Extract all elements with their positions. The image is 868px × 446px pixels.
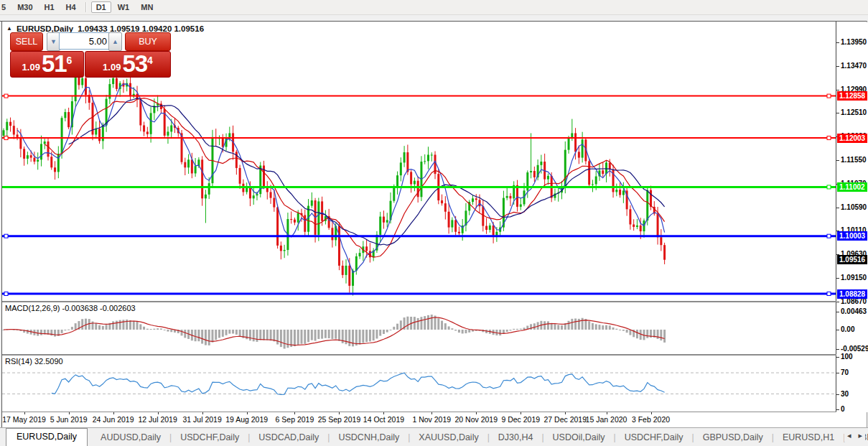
rsi-tick-label: 100 — [841, 353, 853, 361]
date-tick — [607, 412, 607, 414]
date-label: 24 Jun 2019 — [93, 415, 134, 424]
price-tick-label: 1.13950 — [841, 38, 867, 46]
date-tick — [247, 412, 248, 414]
date-tick — [339, 412, 340, 414]
price-tick-dash — [836, 208, 839, 208]
rsi-tick-label: 30 — [841, 390, 849, 398]
macd-tick-label: 0.00463 — [841, 307, 867, 315]
chart-tab-usdchf-daily[interactable]: USDCHF,Daily — [172, 430, 248, 445]
date-label: 12 Jul 2019 — [138, 415, 177, 424]
chart-tab-usdoil-daily[interactable]: USDOil,Daily — [544, 430, 614, 445]
level-price-tag[interactable]: 1.12858 — [837, 91, 867, 101]
date-tick — [521, 412, 521, 414]
level-price-tag[interactable]: 1.08828 — [837, 289, 867, 299]
date-label: 27 Dec 2019 — [543, 415, 587, 424]
sell-price-panel[interactable]: 1.09 51 6 — [10, 51, 84, 78]
timeframe-toolbar: 5M30H1H4D1W1MN — [0, 0, 868, 15]
chart-tab-eurusd-h1[interactable]: EURUSD,H1 — [774, 430, 843, 445]
date-tick — [24, 412, 25, 414]
level-price-tag[interactable]: 1.11002 — [837, 182, 867, 192]
price-tick-label: 1.12510 — [841, 108, 867, 116]
timeframe-button-mn[interactable]: MN — [136, 1, 158, 13]
current-price-tag: 1.09516 — [837, 255, 867, 264]
rsi-panel-lines — [2, 373, 836, 394]
chart-tab-usdcad-daily[interactable]: USDCAD,Daily — [250, 430, 327, 445]
price-tick-dash — [836, 90, 839, 90]
macd-tick-dash — [836, 349, 839, 350]
date-tick — [294, 412, 295, 414]
panel-splitter-rsi[interactable] — [2, 354, 867, 356]
chart-tab-usdcnh-daily[interactable]: USDCNH,Daily — [330, 430, 408, 445]
sell-price-small: 1.09 — [22, 60, 40, 75]
date-label: 1 Nov 2019 — [412, 415, 451, 424]
buy-button[interactable]: BUY — [125, 32, 171, 51]
date-tick — [476, 412, 477, 414]
tab-scroll-left-icon[interactable]: ◂ — [847, 431, 851, 440]
price-tick-label: 1.13470 — [841, 62, 867, 70]
macd-histogram — [3, 315, 666, 348]
timeframe-button-h4[interactable]: H4 — [61, 1, 81, 13]
date-label: 9 Dec 2019 — [501, 415, 540, 424]
collapse-triangle-icon[interactable]: ▲ — [6, 25, 12, 32]
buy-price-panel[interactable]: 1.09 53 4 — [85, 51, 171, 78]
ma-line-5 — [17, 84, 665, 273]
date-label: 6 Sep 2019 — [276, 415, 314, 424]
macd-tick-dash — [836, 330, 839, 330]
price-tick-dash — [836, 278, 839, 279]
chart-tab-eurusd-daily[interactable]: EURUSD,Daily — [6, 428, 88, 446]
price-scale[interactable]: 1.139501.134701.129901.125101.120301.115… — [836, 22, 868, 412]
buy-price-big: 53 — [122, 53, 147, 75]
chart-tab-usdchf-daily[interactable]: USDCHF,Daily — [616, 430, 692, 445]
level-price-tag[interactable]: 1.10003 — [837, 231, 867, 241]
tab-scroll-right-icon[interactable]: ▸ — [858, 431, 862, 440]
macd-signal-line — [4, 317, 665, 345]
rsi-tick-label: 70 — [841, 368, 849, 376]
chart-tab-xauusd-daily[interactable]: XAUUSD,Daily — [410, 430, 487, 445]
chart-tab-audusd-daily[interactable]: AUDUSD,Daily — [92, 430, 169, 445]
date-label: 17 May 2019 — [2, 415, 46, 424]
date-tick — [383, 412, 384, 414]
date-label: 25 Sep 2019 — [318, 415, 361, 424]
rsi-line — [52, 373, 665, 394]
chart-ohlc-values: 1.09433 1.09519 1.09420 1.09516 — [78, 24, 204, 33]
timeframe-button-w1[interactable]: W1 — [113, 1, 135, 13]
price-tick-dash — [836, 113, 839, 113]
timeframe-button-h1[interactable]: H1 — [39, 1, 60, 13]
chart-tab-gbpusd-daily[interactable]: GBPUSD,Daily — [694, 430, 772, 445]
date-label: 20 Nov 2019 — [454, 415, 498, 424]
toolbar-separator — [85, 2, 87, 12]
rsi-tick-dash — [836, 373, 839, 373]
date-tick — [113, 412, 114, 414]
timeframe-button-m30[interactable]: M30 — [12, 1, 37, 13]
rsi-tick-dash — [836, 409, 839, 410]
rsi-tick-label: 0 — [841, 405, 845, 412]
macd-label: MACD(12,26,9) -0.003638 -0.002603 — [5, 304, 136, 312]
tab-scroll-arrows: ◂ ▸ — [844, 429, 865, 442]
date-axis[interactable]: 17 May 20195 Jun 201924 Jun 201912 Jul 2… — [2, 412, 836, 427]
rsi-tick-dash — [836, 394, 839, 395]
ma-line-20 — [69, 98, 665, 246]
chart-tab-dj30-h4[interactable]: DJ30,H4 — [490, 430, 542, 445]
sell-button[interactable]: SELL — [10, 32, 43, 51]
chart-symbol-title: EURUSD,Daily — [17, 24, 73, 33]
volume-increase-icon[interactable]: ▲ — [108, 32, 122, 51]
price-tick-label: 1.10590 — [841, 203, 867, 211]
date-label: 14 Oct 2019 — [363, 415, 404, 424]
sell-price-big: 51 — [42, 53, 67, 75]
date-label: 15 Jan 2020 — [586, 415, 627, 424]
date-label: 31 Jul 2019 — [183, 415, 222, 424]
date-label: 3 Feb 2020 — [632, 415, 670, 424]
buy-price-small: 1.09 — [103, 60, 121, 75]
macd-tick-dash — [836, 312, 839, 312]
date-tick — [565, 412, 566, 414]
volume-input[interactable]: 5.00 — [59, 32, 112, 50]
chart-tab-bar: EURUSD,DailyAUDUSD,Daily|USDCHF,Daily|US… — [0, 427, 868, 446]
timeframe-button-5[interactable]: 5 — [0, 1, 11, 13]
price-tick-label: 1.11550 — [841, 156, 867, 164]
price-tick-dash — [836, 302, 839, 302]
timeframe-button-d1[interactable]: D1 — [91, 1, 111, 13]
level-price-tag[interactable]: 1.12003 — [837, 134, 867, 143]
date-tick — [202, 412, 203, 414]
price-tick-dash — [836, 42, 839, 43]
panel-splitter-macd[interactable] — [2, 301, 867, 302]
